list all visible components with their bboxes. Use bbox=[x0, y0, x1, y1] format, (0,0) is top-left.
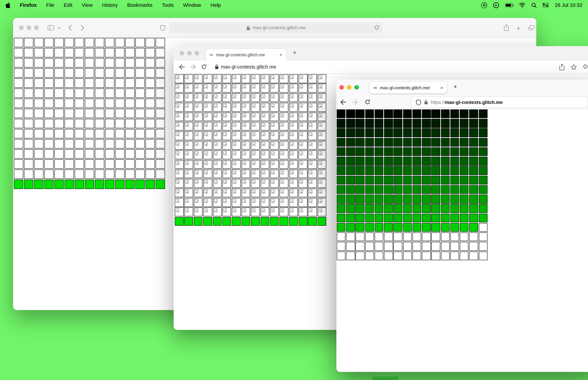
tab-overview-icon[interactable] bbox=[529, 25, 534, 30]
new-tab-button[interactable]: + bbox=[293, 49, 297, 57]
canvas-cell bbox=[34, 88, 44, 98]
new-tab-button[interactable]: + bbox=[454, 83, 457, 91]
back-button[interactable] bbox=[179, 64, 185, 70]
broken-image-icon bbox=[252, 161, 255, 165]
canvas-cell bbox=[184, 103, 193, 112]
broken-image-icon bbox=[214, 133, 217, 136]
share-icon[interactable] bbox=[504, 24, 509, 31]
menu-item-tools[interactable]: Tools bbox=[162, 2, 173, 8]
wifi-icon[interactable] bbox=[519, 2, 525, 7]
canvas-cell bbox=[289, 93, 298, 102]
spotlight-search-icon[interactable] bbox=[531, 2, 537, 8]
canvas-cell bbox=[403, 138, 412, 147]
bookmark-star-icon[interactable] bbox=[571, 64, 577, 70]
canvas-cell bbox=[232, 103, 241, 112]
apple-menu-icon[interactable] bbox=[6, 2, 11, 8]
address-url[interactable]: max-gl-contexts.glitch.me bbox=[221, 64, 276, 70]
tab-bar: ∞ max-gl-contexts.glitch.me/ × + bbox=[336, 80, 588, 95]
share-icon[interactable] bbox=[559, 64, 565, 71]
broken-image-icon bbox=[271, 104, 274, 108]
canvas-cell bbox=[194, 122, 203, 131]
reload-button[interactable] bbox=[365, 99, 370, 105]
sidebar-icon[interactable] bbox=[48, 25, 54, 30]
broken-image-icon bbox=[214, 190, 217, 193]
tab-close-icon[interactable]: × bbox=[440, 85, 443, 90]
canvas-cell bbox=[441, 128, 450, 137]
canvas-cell bbox=[261, 84, 269, 93]
new-tab-button[interactable]: + bbox=[516, 24, 520, 33]
tracking-protection-shield-icon[interactable] bbox=[416, 99, 421, 105]
canvas-cell bbox=[44, 48, 54, 57]
forward-button[interactable] bbox=[81, 25, 84, 31]
forward-button[interactable] bbox=[190, 64, 196, 70]
dock-sliver[interactable] bbox=[372, 377, 399, 380]
canvas-cell bbox=[299, 74, 307, 83]
chevron-down-icon[interactable] bbox=[57, 27, 61, 29]
menu-clock[interactable]: 26 Jul 10:32 bbox=[555, 2, 582, 8]
broken-image-icon bbox=[176, 152, 179, 155]
menu-item-edit[interactable]: Edit bbox=[64, 2, 72, 8]
canvas-cell bbox=[85, 109, 94, 118]
address-bar[interactable]: https://max-gl-contexts.glitch.me bbox=[411, 97, 588, 108]
broken-image-icon bbox=[252, 142, 255, 146]
address-bar[interactable]: max-gl-contexts.glitch.me bbox=[170, 22, 382, 33]
canvas-cell bbox=[75, 78, 84, 88]
broken-image-icon bbox=[319, 85, 322, 89]
canvas-cell bbox=[280, 189, 288, 197]
canvas-cell bbox=[251, 112, 260, 121]
lock-icon[interactable] bbox=[424, 100, 428, 105]
menu-item-history[interactable]: History bbox=[102, 2, 118, 8]
canvas-cell bbox=[105, 129, 114, 138]
play-status-icon[interactable] bbox=[493, 2, 499, 8]
broken-image-icon bbox=[224, 190, 227, 193]
menu-app-name[interactable]: Firefox bbox=[20, 2, 37, 8]
traffic-lights[interactable] bbox=[180, 51, 199, 56]
reload-icon[interactable] bbox=[374, 25, 379, 30]
canvas-cell bbox=[308, 217, 317, 226]
canvas-cell bbox=[34, 48, 44, 57]
menu-item-help[interactable]: Help bbox=[210, 2, 221, 8]
browser-tab[interactable]: ∞ max-gl-contexts.glitch.me × bbox=[206, 48, 286, 60]
canvas-cell bbox=[375, 110, 383, 118]
canvas-cell bbox=[469, 119, 478, 128]
battery-icon[interactable] bbox=[505, 3, 513, 7]
broken-image-icon bbox=[300, 75, 303, 79]
canvas-cell bbox=[55, 78, 64, 88]
canvas-cell bbox=[95, 68, 104, 77]
extensions-icon[interactable] bbox=[582, 64, 588, 70]
menu-item-view[interactable]: View bbox=[82, 2, 93, 8]
canvas-cell bbox=[261, 198, 269, 207]
canvas-cell bbox=[469, 128, 478, 137]
canvas-cell bbox=[135, 149, 145, 158]
broken-image-icon bbox=[290, 95, 293, 98]
privacy-shield-icon[interactable] bbox=[160, 25, 165, 31]
canvas-cell bbox=[261, 103, 269, 112]
menu-item-bookmarks[interactable]: Bookmarks bbox=[127, 2, 152, 8]
broken-image-icon bbox=[224, 85, 227, 89]
canvas-cell bbox=[460, 251, 469, 260]
menu-item-file[interactable]: File bbox=[46, 2, 54, 8]
canvas-cell bbox=[422, 242, 431, 251]
broken-image-icon bbox=[186, 161, 189, 165]
canvas-cell bbox=[105, 170, 114, 179]
canvas-cell bbox=[251, 84, 260, 93]
canvas-cell bbox=[85, 129, 94, 138]
g-status-icon[interactable]: G bbox=[481, 2, 487, 8]
reload-button[interactable] bbox=[201, 64, 207, 69]
back-button[interactable] bbox=[340, 99, 346, 105]
back-button[interactable] bbox=[68, 25, 72, 31]
broken-image-icon bbox=[300, 123, 303, 127]
control-center-icon[interactable] bbox=[543, 3, 549, 7]
canvas-cell bbox=[318, 160, 326, 169]
canvas-cell bbox=[308, 179, 317, 188]
menu-item-window[interactable]: Window bbox=[183, 2, 201, 8]
traffic-lights[interactable] bbox=[340, 85, 359, 90]
forward-button[interactable] bbox=[352, 99, 358, 105]
browser-tab[interactable]: ∞ max-gl-contexts.glitch.me/ × bbox=[370, 82, 447, 93]
canvas-cell bbox=[280, 141, 288, 150]
tab-close-icon[interactable]: × bbox=[279, 52, 283, 57]
broken-image-icon bbox=[281, 123, 284, 127]
canvas-cell bbox=[365, 195, 374, 203]
canvas-cell bbox=[75, 99, 84, 108]
traffic-lights[interactable] bbox=[19, 25, 39, 30]
